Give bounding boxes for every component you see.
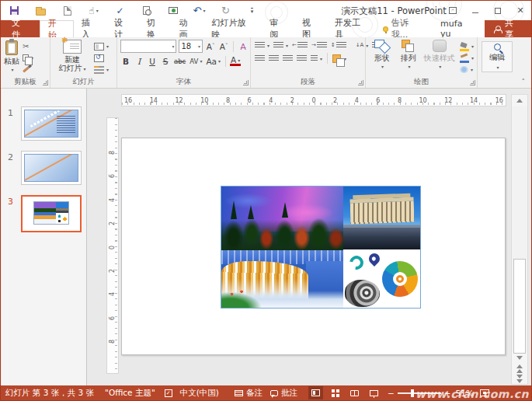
shapes-button[interactable]: 形状 ▾: [369, 40, 395, 76]
ribbon-tab[interactable]: 插入: [74, 20, 106, 37]
redo-button[interactable]: ↻: [220, 5, 231, 16]
shape-outline-button[interactable]: ▾: [458, 53, 475, 63]
ribbon-tab[interactable]: 切换: [139, 20, 172, 37]
convert-to-smartart-button[interactable]: ▾: [332, 53, 347, 64]
tell-me-box[interactable]: 告诉我...: [377, 20, 431, 37]
language-indicator[interactable]: 中文(中国): [180, 388, 219, 399]
notes-toggle[interactable]: 备注: [235, 388, 263, 399]
shape-effects-button[interactable]: ▾: [458, 65, 475, 75]
slide-counter[interactable]: 幻灯片 第 3 张，共 3 张: [5, 388, 94, 399]
print-preview-button[interactable]: [141, 5, 152, 16]
vertical-ruler[interactable]: 864202468: [106, 117, 119, 374]
start-slideshow-button[interactable]: [167, 5, 179, 16]
ribbon-display-options-button[interactable]: ^: [445, 4, 461, 18]
decrease-indent-button[interactable]: ←: [291, 40, 308, 51]
ribbon-tab[interactable]: 动画: [172, 20, 204, 37]
scroll-up-button[interactable]: [512, 95, 527, 106]
previous-slide-button[interactable]: [512, 364, 527, 374]
scrollbar-thumb[interactable]: [513, 259, 526, 354]
dialog-launcher-font[interactable]: [243, 80, 249, 85]
dialog-launcher-paragraph[interactable]: [358, 80, 363, 85]
copy-button[interactable]: ▾: [21, 53, 35, 63]
slide-thumbnail-3-selected[interactable]: [21, 195, 82, 232]
tab-file[interactable]: 文件: [1, 20, 40, 37]
dialog-launcher-clipboard[interactable]: [43, 80, 48, 85]
shape-fill-button[interactable]: ▾: [458, 41, 475, 51]
account-user-name[interactable]: mufa yu: [431, 20, 485, 37]
scrollbar-track[interactable]: [512, 106, 527, 352]
italic-button[interactable]: I: [134, 55, 144, 67]
ribbon-tab[interactable]: 审阅: [262, 20, 294, 37]
ribbon-tab[interactable]: 开发工具: [327, 20, 377, 37]
paste-button[interactable]: 粘贴 ▾: [4, 40, 19, 76]
open-button[interactable]: [35, 5, 47, 16]
close-button[interactable]: ✕: [513, 4, 528, 18]
underline-button[interactable]: U: [147, 55, 158, 67]
normal-view-button[interactable]: [308, 386, 323, 399]
collapse-ribbon-button[interactable]: ˄: [522, 78, 526, 85]
clear-formatting-button[interactable]: A̶: [238, 40, 249, 52]
reset-slide-button[interactable]: [92, 53, 110, 63]
bold-button[interactable]: B: [120, 55, 131, 67]
proofing-button[interactable]: ✓: [114, 5, 126, 16]
zoom-in-button[interactable]: +: [444, 389, 451, 398]
change-case-button[interactable]: Aa▾: [205, 55, 221, 67]
ribbon-tab[interactable]: 视图: [294, 20, 327, 37]
dialog-launcher-drawing[interactable]: [470, 80, 475, 85]
scroll-down-button[interactable]: [512, 352, 527, 364]
zoom-level[interactable]: 51%: [456, 389, 474, 398]
quick-styles-button[interactable]: 快速样式 ▾: [422, 40, 457, 76]
justify-button[interactable]: [296, 53, 308, 64]
align-right-button[interactable]: [282, 53, 294, 64]
numbering-icon: [273, 42, 283, 49]
increase-font-size-button[interactable]: A˄: [205, 40, 216, 52]
slide-sorter-view-button[interactable]: [328, 386, 342, 399]
cut-button[interactable]: ✂: [21, 41, 35, 51]
new-document-button[interactable]: [61, 5, 73, 16]
section-button[interactable]: ▾: [92, 65, 110, 75]
editing-button[interactable]: 编辑 ▾: [482, 41, 513, 72]
format-painter-button[interactable]: [21, 65, 35, 75]
comments-toggle[interactable]: 批注: [270, 388, 297, 399]
picture-collage[interactable]: [221, 186, 421, 309]
align-left-button[interactable]: [254, 53, 266, 64]
zoom-out-button[interactable]: −: [388, 389, 395, 398]
zoom-slider-knob[interactable]: [411, 389, 414, 397]
numbering-button[interactable]: ▾: [273, 40, 289, 51]
spell-check-button[interactable]: ✓: [165, 389, 172, 397]
slide-thumbnail-2[interactable]: [21, 151, 82, 185]
touch-mouse-mode-button[interactable]: ☝▾: [88, 5, 99, 16]
slide-layout-button[interactable]: ▾: [92, 41, 110, 51]
strikethrough-button[interactable]: abc: [173, 55, 186, 67]
reading-view-button[interactable]: [347, 386, 362, 399]
share-button[interactable]: 共享: [485, 20, 531, 37]
ribbon-tab[interactable]: 幻灯片放映: [203, 20, 262, 37]
font-size-combobox[interactable]: 18▾: [179, 40, 203, 53]
line-spacing-button[interactable]: ↕: [330, 40, 347, 51]
bullets-button[interactable]: ▾: [254, 40, 270, 51]
character-spacing-button[interactable]: AV▾: [189, 55, 203, 67]
next-slide-button[interactable]: [512, 374, 527, 384]
new-slide-button[interactable]: 新建 幻灯片▾: [54, 40, 91, 76]
customize-qat-button[interactable]: ▾: [246, 5, 258, 16]
text-shadow-button[interactable]: S: [160, 55, 171, 67]
minimize-button[interactable]: [468, 4, 483, 18]
horizontal-ruler[interactable]: 1614121086420246810121416: [121, 94, 506, 106]
font-color-button[interactable]: A▾: [230, 56, 241, 66]
font-name-combobox[interactable]: ▾: [120, 40, 176, 53]
decrease-font-size-button[interactable]: A˅: [218, 40, 229, 52]
slide-canvas[interactable]: [121, 138, 506, 355]
ribbon-tab[interactable]: 开始: [40, 20, 74, 37]
slideshow-view-button[interactable]: [367, 386, 381, 399]
slide-thumbnail-1[interactable]: [21, 106, 82, 141]
align-center-button[interactable]: [268, 53, 280, 64]
maximize-button[interactable]: [490, 4, 506, 18]
zoom-slider[interactable]: [398, 392, 441, 394]
save-button[interactable]: [9, 5, 20, 16]
undo-button[interactable]: ↶▾: [193, 5, 205, 16]
ribbon-tab[interactable]: 设计: [106, 20, 139, 37]
increase-indent-button[interactable]: →: [311, 40, 328, 51]
arrange-button[interactable]: 排列 ▾: [396, 40, 420, 76]
fit-to-window-button[interactable]: [480, 389, 489, 396]
columns-button[interactable]: ▾: [310, 53, 323, 64]
